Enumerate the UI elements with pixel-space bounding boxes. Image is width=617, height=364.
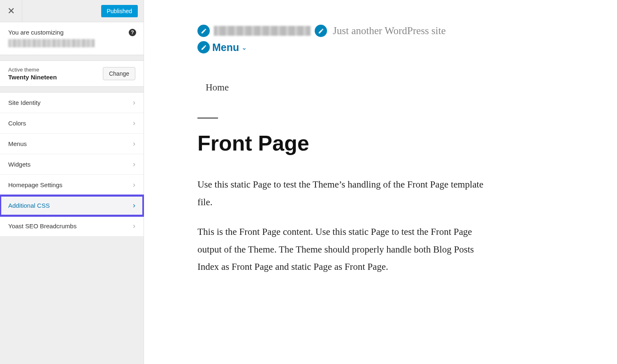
- body-paragraph: This is the Front Page content. Use this…: [197, 223, 485, 276]
- customizer-topbar: ✕ Published: [0, 0, 144, 22]
- preview-pane: Just another WordPress site Menu ⌄ Home …: [144, 0, 617, 364]
- chevron-right-icon: ›: [133, 98, 135, 107]
- close-icon: ✕: [7, 6, 15, 16]
- site-tagline: Just another WordPress site: [333, 25, 446, 37]
- sidebar-item-label: Site Identity: [8, 99, 40, 106]
- pencil-icon: [201, 44, 207, 51]
- active-theme-name: Twenty Nineteen: [8, 74, 57, 81]
- chevron-right-icon: ›: [133, 139, 135, 148]
- publish-button[interactable]: Published: [101, 5, 138, 17]
- sidebar-item-label: Yoast SEO Breadcrumbs: [8, 223, 77, 230]
- spacer: [0, 87, 144, 93]
- active-theme-row: Active theme Twenty Nineteen Change: [0, 61, 144, 87]
- body-paragraph: Use this static Page to test the Theme’s…: [197, 176, 485, 211]
- site-header: Just another WordPress site: [197, 25, 564, 37]
- sidebar-item-widgets[interactable]: Widgets›: [0, 154, 144, 175]
- pencil-icon: [318, 28, 324, 34]
- site-title-redacted: [214, 26, 311, 36]
- sidebar-item-label: Colors: [8, 120, 26, 127]
- edit-menu-button[interactable]: [197, 41, 210, 53]
- customizer-menu-list: Site Identity›Colors›Menus›Widgets›Homep…: [0, 93, 144, 236]
- spacer: [0, 55, 144, 61]
- change-theme-button[interactable]: Change: [103, 67, 135, 80]
- title-divider: [197, 118, 218, 118]
- edit-tagline-button[interactable]: [315, 25, 327, 37]
- chevron-right-icon: ›: [133, 222, 135, 230]
- customizing-panel: You are customizing ?: [0, 22, 144, 55]
- sidebar-item-label: Menus: [8, 140, 27, 147]
- customizing-label: You are customizing: [8, 29, 135, 36]
- sidebar-item-homepage-settings[interactable]: Homepage Settings›: [0, 175, 144, 195]
- sidebar-item-label: Homepage Settings: [8, 181, 63, 188]
- menu-toggle[interactable]: Menu: [212, 42, 239, 53]
- sidebar-item-label: Widgets: [8, 161, 30, 168]
- chevron-down-icon: ⌄: [241, 44, 247, 51]
- sidebar-item-label: Additional CSS: [8, 202, 50, 209]
- pencil-icon: [201, 28, 207, 34]
- chevron-right-icon: ›: [133, 160, 135, 169]
- sidebar-item-colors[interactable]: Colors›: [0, 113, 144, 134]
- site-name-redacted: [8, 39, 95, 47]
- customizer-sidebar: ✕ Published You are customizing ? Active…: [0, 0, 144, 364]
- chevron-right-icon: ›: [133, 119, 135, 128]
- chevron-right-icon: ›: [133, 201, 135, 210]
- close-button[interactable]: ✕: [0, 0, 22, 22]
- sidebar-item-additional-css[interactable]: Additional CSS›: [0, 195, 144, 216]
- menu-row: Menu ⌄: [197, 41, 564, 53]
- active-theme-label: Active theme: [8, 67, 57, 73]
- edit-site-title-button[interactable]: [197, 25, 210, 37]
- chevron-right-icon: ›: [133, 181, 135, 189]
- sidebar-item-menus[interactable]: Menus›: [0, 134, 144, 154]
- page-title: Front Page: [197, 131, 564, 155]
- help-icon[interactable]: ?: [129, 29, 136, 36]
- sidebar-item-yoast-seo-breadcrumbs[interactable]: Yoast SEO Breadcrumbs›: [0, 216, 144, 236]
- sidebar-item-site-identity[interactable]: Site Identity›: [0, 93, 144, 113]
- breadcrumb: Home: [206, 82, 564, 93]
